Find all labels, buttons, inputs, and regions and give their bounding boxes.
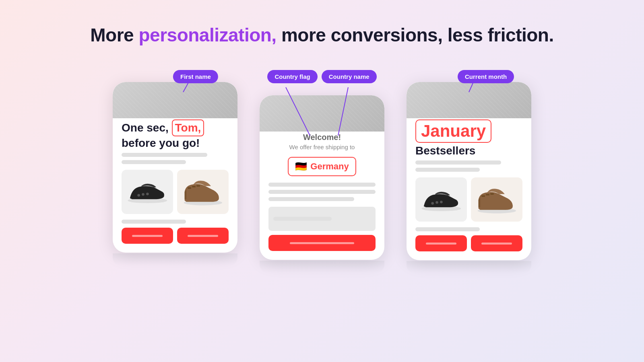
svg-rect-7 [192,186,196,187]
p-line-1 [268,183,376,187]
card2-btn[interactable] [268,235,376,251]
card3-btn-2[interactable] [471,235,522,251]
svg-point-3 [142,193,144,196]
placeholder-line-1 [122,153,207,157]
card3-header: January Bestsellers [415,119,522,157]
card1-reflection [113,253,237,265]
country-flag: 🇩🇪 [295,161,307,172]
card1-title: One sec, Tom, before you go! [122,119,229,150]
shoe-card-2 [177,170,229,214]
shoe-grid [122,170,229,214]
card1-wrapper: First name One sec, Tom, before you go! [113,70,237,265]
card3-wrapper: Current month January Bestsellers [407,70,531,273]
card3: January Bestsellers [407,82,531,260]
svg-rect-19 [490,193,494,194]
card1-btn-2[interactable] [177,228,229,244]
svg-rect-8 [196,185,200,187]
p-line-2 [268,190,376,194]
svg-rect-17 [481,195,485,197]
headline-prefix: More [90,25,138,45]
placeholder-line-2 [122,160,186,164]
btn-grid-card3 [415,235,522,251]
card3-tag: Current month [458,70,514,83]
card2-reflection [260,261,384,273]
card3-shoe-1 [415,177,467,222]
card1-name-highlight: Tom, [172,119,204,136]
cards-container: First name One sec, Tom, before you go! [113,70,531,273]
p-line-3 [268,197,354,201]
svg-rect-6 [188,187,191,189]
shoe-card-1 [122,170,173,214]
card2-tag-flag: Country flag [267,70,317,83]
svg-point-2 [137,194,140,197]
card3-shoe-grid [415,177,522,222]
country-name: Germany [310,161,349,172]
c3-p-line-1 [415,160,501,165]
c3-p-line-2 [415,168,480,172]
headline-highlight: personalization, [138,25,276,45]
card2-wrapper: Country flag Country name Welcome! We of… [254,70,390,273]
placeholder-line-3 [122,220,186,224]
card3-title: Bestsellers [415,144,522,157]
germany-badge: 🇩🇪 Germany [288,157,356,176]
svg-point-14 [436,201,438,204]
svg-point-4 [146,193,149,195]
card3-shoe-2 [471,177,522,222]
headline: More personalization, more conversions, … [90,24,553,46]
card2: Welcome! We offer free shipping to 🇩🇪 Ge… [260,95,384,260]
card3-btn-1[interactable] [415,235,467,251]
card2-tag-name: Country name [322,70,377,83]
c3-p-line-3 [415,227,480,231]
btn-grid-card1 [122,228,229,244]
card1-tag: First name [173,70,218,83]
card3-month: January [415,119,491,143]
card3-reflection [407,261,531,273]
svg-point-15 [440,201,443,204]
input-placeholder [268,207,376,231]
card2-welcome: Welcome! [268,133,376,142]
svg-point-13 [431,202,434,205]
svg-rect-18 [486,194,489,195]
card1: One sec, Tom, before you go! [113,82,237,253]
headline-suffix: more conversions, less friction. [277,25,554,45]
card1-btn-1[interactable] [122,228,173,244]
card2-subtitle: We offer free shipping to [268,144,376,150]
